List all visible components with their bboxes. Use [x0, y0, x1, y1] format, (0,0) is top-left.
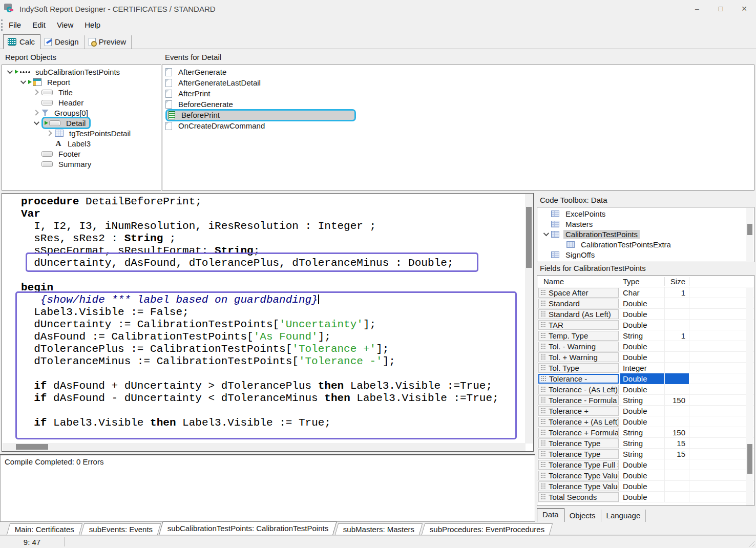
field-name-button[interactable]: Tolerance + (As Left) [538, 417, 619, 427]
field-name-button[interactable]: Standard (As Left) [538, 309, 619, 319]
tree-item-Footer[interactable]: Footer [2, 149, 161, 159]
fields-col-name[interactable]: Name [537, 277, 620, 286]
toolbox-tab-language[interactable]: Language [601, 510, 646, 522]
editor-vscroll-thumb[interactable] [526, 207, 532, 268]
field-row-Tolerance + Formula[interactable]: Tolerance + FormulaString150 [537, 427, 754, 438]
field-name-button[interactable]: Tolerance Type Full Sc [538, 460, 619, 470]
drag-handle-icon[interactable] [540, 386, 545, 392]
drag-handle-icon[interactable] [540, 451, 545, 457]
menu-file[interactable]: File [3, 19, 27, 31]
field-name-button[interactable]: Tol. - Warning [538, 342, 619, 351]
toolbox-item-CalibrationTestPoints[interactable]: CalibrationTestPoints [537, 229, 754, 239]
toolbox-item-CalibrationTestPointsExtra[interactable]: CalibrationTestPointsExtra [537, 239, 754, 249]
toolbox-scroll-thumb[interactable] [747, 224, 752, 235]
tab-preview[interactable]: Preview [85, 35, 132, 49]
tree-item-Label3[interactable]: Label3 [2, 138, 161, 149]
code-editor[interactable]: procedure DetailBeforePrint;Var I, I2, I… [2, 193, 534, 452]
drag-handle-icon[interactable] [540, 354, 545, 360]
toolbox-tab-objects[interactable]: Objects [564, 510, 601, 522]
field-row-Tol. + Warning[interactable]: Tol. + WarningDouble [537, 352, 754, 363]
field-name-button[interactable]: Tolerance - [538, 374, 619, 384]
field-row-Tolerance -[interactable]: Tolerance -Double [537, 373, 754, 384]
resize-grip[interactable] [748, 540, 754, 546]
close-button[interactable]: ✕ [732, 0, 756, 17]
field-name-button[interactable]: Tolerance - (As Left) [538, 385, 619, 394]
field-name-button[interactable]: Space After [538, 288, 619, 298]
drag-handle-icon[interactable] [540, 440, 545, 446]
chevron-down-icon[interactable] [20, 78, 26, 84]
menu-view[interactable]: View [51, 19, 79, 31]
drag-handle-icon[interactable] [540, 332, 545, 339]
field-row-Tolerance Type Full Sc[interactable]: Tolerance Type Full ScDouble [537, 459, 754, 470]
document-tab[interactable]: subMasters: Masters [335, 523, 423, 535]
drag-handle-icon[interactable] [540, 461, 545, 468]
field-row-Tolerance + (As Left)[interactable]: Tolerance + (As Left)Double [537, 416, 754, 427]
tree-item-Summary[interactable]: Summary [2, 159, 161, 169]
maximize-button[interactable]: □ [709, 0, 732, 17]
field-row-Standard[interactable]: StandardDouble [537, 298, 754, 309]
menu-edit[interactable]: Edit [27, 19, 51, 31]
tree-item-Detail[interactable]: Detail [2, 118, 161, 128]
drag-handle-icon[interactable] [540, 472, 545, 478]
field-name-button[interactable]: Tol. Type [538, 363, 619, 373]
field-name-button[interactable]: Tolerance Type [538, 438, 619, 448]
field-name-button[interactable]: Tolerance Type Value [538, 471, 619, 480]
event-item-BeforePrint[interactable]: BeforePrint [162, 110, 754, 120]
chevron-down-icon[interactable] [7, 68, 13, 74]
event-item-BeforeGenerate[interactable]: BeforeGenerate [162, 99, 754, 110]
editor-vertical-scrollbar[interactable] [525, 194, 533, 444]
toolbox-item-ExcelPoints[interactable]: ExcelPoints [537, 208, 754, 219]
field-name-button[interactable]: Tolerance Type [538, 449, 619, 459]
drag-handle-icon[interactable] [540, 322, 545, 328]
field-name-button[interactable]: Temp. Type [538, 331, 619, 341]
chevron-right-icon[interactable] [33, 110, 38, 115]
field-row-Tolerance Type[interactable]: Tolerance TypeString15 [537, 438, 754, 449]
event-item-AfterPrint[interactable]: AfterPrint [162, 88, 754, 99]
menu-help[interactable]: Help [79, 19, 106, 31]
tab-design[interactable]: Design [40, 35, 85, 49]
field-name-button[interactable]: Total Seconds [538, 492, 619, 502]
tree-item-Groups[0][interactable]: Groups[0] [2, 108, 161, 118]
field-row-Tolerance +[interactable]: Tolerance +Double [537, 406, 754, 416]
drag-handle-icon[interactable] [541, 375, 546, 382]
editor-hscroll-thumb[interactable] [16, 444, 48, 450]
drag-handle-icon[interactable] [540, 300, 545, 306]
tree-item-tgTestPointsDetail[interactable]: tgTestPointsDetail [2, 128, 161, 138]
field-name-button[interactable]: Tolerance + Formula [538, 428, 619, 437]
field-name-button[interactable]: Standard [538, 299, 619, 308]
tree-item-Header[interactable]: Header [2, 97, 161, 108]
document-tab[interactable]: subProcedures: EventProcedures [422, 523, 553, 535]
fields-scroll-thumb[interactable] [747, 444, 752, 474]
field-row-Tolerance - Formula[interactable]: Tolerance - FormulaString150 [537, 395, 754, 406]
event-item-OnCreateDrawCommand[interactable]: OnCreateDrawCommand [162, 120, 754, 131]
fields-col-type[interactable]: Type [620, 277, 665, 286]
drag-handle-icon[interactable] [540, 343, 545, 349]
field-name-button[interactable]: Tol. + Warning [538, 352, 619, 362]
document-tab[interactable]: subEvents: Events [81, 523, 161, 535]
chevron-right-icon[interactable] [46, 130, 52, 136]
tree-item-Title[interactable]: Title [2, 87, 161, 97]
field-row-Tol. - Warning[interactable]: Tol. - WarningDouble [537, 341, 754, 352]
chevron-right-icon[interactable] [33, 89, 38, 95]
field-row-Standard (As Left)[interactable]: Standard (As Left)Double [537, 309, 754, 320]
fields-col-size[interactable]: Size [665, 277, 689, 286]
document-tab[interactable]: subCalibrationTestPoints: CalibrationTes… [159, 521, 337, 535]
drag-handle-icon[interactable] [540, 429, 545, 435]
field-row-Space After[interactable]: Space AfterChar1 [537, 287, 754, 298]
chevron-down-icon[interactable] [543, 230, 549, 236]
toolbox-item-SignOffs[interactable]: SignOffs [537, 249, 754, 260]
toolbox-tab-data[interactable]: Data [537, 508, 564, 522]
minimize-button[interactable]: – [685, 0, 709, 17]
tree-item-Report[interactable]: Report [2, 77, 161, 87]
toolbox-scrollbar[interactable] [746, 208, 753, 261]
drag-handle-icon[interactable] [540, 483, 545, 489]
field-name-button[interactable]: Tolerance - Formula [538, 395, 619, 405]
field-row-Tolerance Type[interactable]: Tolerance TypeString15 [537, 449, 754, 459]
field-row-Tolerance Type Value[interactable]: Tolerance Type ValueDouble [537, 470, 754, 481]
drag-handle-icon[interactable] [540, 365, 545, 371]
drag-handle-icon[interactable] [540, 397, 545, 403]
field-row-Temp. Type[interactable]: Temp. TypeString1 [537, 330, 754, 341]
drag-handle-icon[interactable] [540, 418, 545, 425]
field-name-button[interactable]: TAR [538, 320, 619, 330]
field-row-Tol. Type[interactable]: Tol. TypeInteger [537, 363, 754, 373]
